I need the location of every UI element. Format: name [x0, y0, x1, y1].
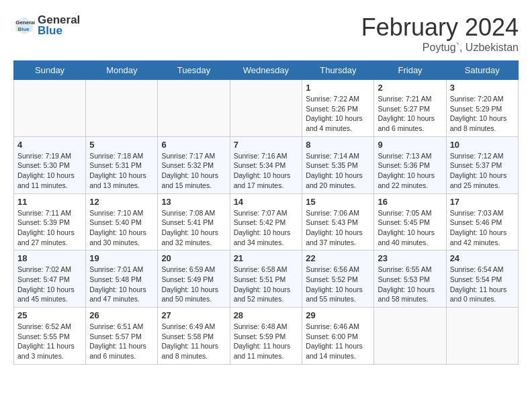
- day-info: Sunrise: 7:12 AM Sunset: 5:37 PM Dayligh…: [450, 151, 515, 191]
- day-number: 5: [89, 140, 154, 150]
- day-cell-8: 8Sunrise: 7:14 AM Sunset: 5:35 PM Daylig…: [302, 136, 374, 193]
- day-cell-18: 18Sunrise: 7:02 AM Sunset: 5:47 PM Dayli…: [14, 250, 86, 308]
- day-number: 27: [161, 310, 226, 320]
- logo-icon: General Blue: [13, 15, 35, 36]
- day-number: 14: [234, 197, 299, 207]
- day-cell-4: 4Sunrise: 7:19 AM Sunset: 5:30 PM Daylig…: [14, 136, 86, 193]
- svg-text:General: General: [15, 19, 35, 26]
- week-row-3: 11Sunrise: 7:11 AM Sunset: 5:39 PM Dayli…: [14, 193, 519, 250]
- day-number: 24: [450, 253, 515, 263]
- day-info: Sunrise: 6:56 AM Sunset: 5:52 PM Dayligh…: [306, 265, 370, 304]
- day-info: Sunrise: 7:18 AM Sunset: 5:31 PM Dayligh…: [89, 151, 154, 191]
- empty-cell: [446, 308, 518, 365]
- day-info: Sunrise: 7:13 AM Sunset: 5:36 PM Dayligh…: [378, 151, 442, 191]
- day-number: 10: [450, 140, 515, 150]
- page-header: General Blue General Blue February 2024 …: [13, 13, 519, 54]
- day-header-sunday: Sunday: [14, 61, 86, 80]
- empty-cell: [158, 80, 230, 137]
- day-number: 21: [234, 253, 299, 263]
- day-number: 25: [17, 310, 82, 320]
- day-cell-11: 11Sunrise: 7:11 AM Sunset: 5:39 PM Dayli…: [14, 193, 86, 250]
- day-cell-24: 24Sunrise: 6:54 AM Sunset: 5:54 PM Dayli…: [446, 250, 518, 308]
- day-cell-5: 5Sunrise: 7:18 AM Sunset: 5:31 PM Daylig…: [86, 136, 158, 193]
- week-row-5: 25Sunrise: 6:52 AM Sunset: 5:55 PM Dayli…: [14, 308, 519, 365]
- empty-cell: [374, 308, 446, 365]
- day-info: Sunrise: 6:55 AM Sunset: 5:53 PM Dayligh…: [378, 265, 442, 304]
- day-number: 7: [234, 140, 299, 150]
- day-info: Sunrise: 6:54 AM Sunset: 5:54 PM Dayligh…: [450, 265, 515, 304]
- day-number: 18: [17, 253, 82, 263]
- day-number: 19: [89, 253, 154, 263]
- day-info: Sunrise: 7:02 AM Sunset: 5:47 PM Dayligh…: [17, 265, 82, 304]
- day-cell-2: 2Sunrise: 7:21 AM Sunset: 5:27 PM Daylig…: [374, 80, 446, 137]
- day-info: Sunrise: 6:52 AM Sunset: 5:55 PM Dayligh…: [17, 322, 82, 361]
- day-info: Sunrise: 7:07 AM Sunset: 5:42 PM Dayligh…: [234, 208, 299, 248]
- day-number: 20: [161, 253, 226, 263]
- day-number: 28: [234, 310, 299, 320]
- day-cell-14: 14Sunrise: 7:07 AM Sunset: 5:42 PM Dayli…: [230, 193, 302, 250]
- day-header-monday: Monday: [86, 61, 158, 80]
- day-number: 23: [378, 253, 442, 263]
- days-header-row: SundayMondayTuesdayWednesdayThursdayFrid…: [14, 61, 519, 80]
- day-cell-19: 19Sunrise: 7:01 AM Sunset: 5:48 PM Dayli…: [86, 250, 158, 308]
- day-number: 12: [89, 197, 154, 207]
- day-header-tuesday: Tuesday: [158, 61, 230, 80]
- day-number: 4: [17, 140, 82, 150]
- day-cell-16: 16Sunrise: 7:05 AM Sunset: 5:45 PM Dayli…: [374, 193, 446, 250]
- day-cell-27: 27Sunrise: 6:49 AM Sunset: 5:58 PM Dayli…: [158, 308, 230, 365]
- day-number: 11: [17, 197, 82, 207]
- day-info: Sunrise: 7:21 AM Sunset: 5:27 PM Dayligh…: [378, 94, 442, 134]
- empty-cell: [86, 80, 158, 137]
- day-number: 29: [306, 310, 370, 320]
- day-cell-25: 25Sunrise: 6:52 AM Sunset: 5:55 PM Dayli…: [14, 308, 86, 365]
- day-info: Sunrise: 7:22 AM Sunset: 5:26 PM Dayligh…: [306, 94, 370, 134]
- day-header-friday: Friday: [374, 61, 446, 80]
- day-header-wednesday: Wednesday: [230, 61, 302, 80]
- location: Poytug`, Uzbekistan: [361, 42, 519, 54]
- week-row-4: 18Sunrise: 7:02 AM Sunset: 5:47 PM Dayli…: [14, 250, 519, 308]
- day-info: Sunrise: 6:46 AM Sunset: 6:00 PM Dayligh…: [306, 322, 370, 361]
- day-header-thursday: Thursday: [302, 61, 374, 80]
- day-info: Sunrise: 6:51 AM Sunset: 5:57 PM Dayligh…: [89, 322, 154, 361]
- day-info: Sunrise: 7:05 AM Sunset: 5:45 PM Dayligh…: [378, 208, 442, 248]
- empty-cell: [14, 80, 86, 137]
- day-number: 15: [306, 197, 370, 207]
- day-number: 16: [378, 197, 442, 207]
- day-cell-15: 15Sunrise: 7:06 AM Sunset: 5:43 PM Dayli…: [302, 193, 374, 250]
- day-cell-28: 28Sunrise: 6:48 AM Sunset: 5:59 PM Dayli…: [230, 308, 302, 365]
- month-title: February 2024: [361, 13, 519, 42]
- day-cell-21: 21Sunrise: 6:58 AM Sunset: 5:51 PM Dayli…: [230, 250, 302, 308]
- day-number: 26: [89, 310, 154, 320]
- day-cell-9: 9Sunrise: 7:13 AM Sunset: 5:36 PM Daylig…: [374, 136, 446, 193]
- week-row-2: 4Sunrise: 7:19 AM Sunset: 5:30 PM Daylig…: [14, 136, 519, 193]
- day-info: Sunrise: 7:16 AM Sunset: 5:34 PM Dayligh…: [234, 151, 299, 191]
- day-info: Sunrise: 7:08 AM Sunset: 5:41 PM Dayligh…: [161, 208, 226, 248]
- day-cell-26: 26Sunrise: 6:51 AM Sunset: 5:57 PM Dayli…: [86, 308, 158, 365]
- day-info: Sunrise: 7:17 AM Sunset: 5:32 PM Dayligh…: [161, 151, 226, 191]
- day-cell-12: 12Sunrise: 7:10 AM Sunset: 5:40 PM Dayli…: [86, 193, 158, 250]
- day-number: 22: [306, 253, 370, 263]
- week-row-1: 1Sunrise: 7:22 AM Sunset: 5:26 PM Daylig…: [14, 80, 519, 137]
- day-info: Sunrise: 6:49 AM Sunset: 5:58 PM Dayligh…: [161, 322, 226, 361]
- title-block: February 2024 Poytug`, Uzbekistan: [361, 13, 519, 54]
- empty-cell: [230, 80, 302, 137]
- day-info: Sunrise: 7:10 AM Sunset: 5:40 PM Dayligh…: [89, 208, 154, 248]
- day-number: 6: [161, 140, 226, 150]
- calendar-table: SundayMondayTuesdayWednesdayThursdayFrid…: [13, 60, 519, 365]
- day-cell-6: 6Sunrise: 7:17 AM Sunset: 5:32 PM Daylig…: [158, 136, 230, 193]
- day-info: Sunrise: 7:03 AM Sunset: 5:46 PM Dayligh…: [450, 208, 515, 248]
- day-info: Sunrise: 7:19 AM Sunset: 5:30 PM Dayligh…: [17, 151, 82, 191]
- day-number: 2: [378, 83, 442, 93]
- day-info: Sunrise: 7:01 AM Sunset: 5:48 PM Dayligh…: [89, 265, 154, 304]
- day-number: 17: [450, 197, 515, 207]
- day-info: Sunrise: 7:11 AM Sunset: 5:39 PM Dayligh…: [17, 208, 82, 248]
- day-cell-7: 7Sunrise: 7:16 AM Sunset: 5:34 PM Daylig…: [230, 136, 302, 193]
- day-info: Sunrise: 6:48 AM Sunset: 5:59 PM Dayligh…: [234, 322, 299, 361]
- day-header-saturday: Saturday: [446, 61, 518, 80]
- logo: General Blue General Blue: [13, 13, 80, 38]
- day-info: Sunrise: 7:20 AM Sunset: 5:29 PM Dayligh…: [450, 94, 515, 134]
- day-number: 3: [450, 83, 515, 93]
- day-number: 9: [378, 140, 442, 150]
- day-number: 13: [161, 197, 226, 207]
- day-info: Sunrise: 7:14 AM Sunset: 5:35 PM Dayligh…: [306, 151, 370, 191]
